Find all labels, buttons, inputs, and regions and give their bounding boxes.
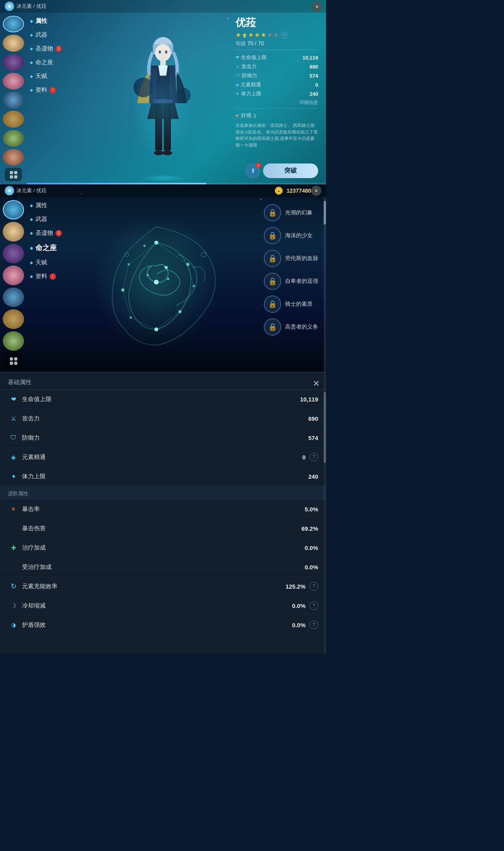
close-button-2[interactable]: ×	[311, 186, 321, 196]
skill-5[interactable]: 🔒 骑士的素质	[264, 295, 318, 313]
breakthrough-button[interactable]: 突破	[263, 164, 318, 178]
avatar-1[interactable]	[3, 35, 24, 51]
profile-badge-2: !	[50, 273, 56, 280]
cryo-icon-2: ❄	[5, 186, 14, 195]
top-bar: ❄ 冰元素 / 优菈 ×	[0, 0, 326, 13]
skill-4[interactable]: 🔒 自卑者的逞强	[264, 273, 318, 290]
menu2-artifact[interactable]: ◆ 圣遗物 5	[27, 228, 65, 238]
svg-point-27	[154, 280, 159, 284]
left-menu: ◆ 属性 ◆ 武器 ◆ 圣遗物 5 ◆ 命之座 ◆ 天赋 ◆ 资料 !	[27, 16, 65, 95]
grid-icon-2	[10, 357, 17, 365]
favor-label: 好感	[241, 112, 251, 119]
menu-item-talent[interactable]: ◆ 天赋	[27, 71, 65, 82]
shield-help-button[interactable]: ?	[309, 621, 318, 629]
refine-icon: ✦	[281, 32, 287, 38]
stat-panel-er: ↻ 元素充能效率 125.2% ?	[0, 577, 326, 596]
grid-view-button[interactable]	[5, 168, 22, 181]
avatar-main[interactable]	[3, 16, 24, 32]
character-info-panel: 优菈 ★ ★ ★ ★ ★ ★ ★ ✦ 等级 70 / 70 ❤ 生命值上限 10…	[235, 16, 318, 148]
menu-item-attribute[interactable]: ◆ 属性	[27, 16, 65, 26]
character-svg	[124, 24, 202, 182]
artifact-badge: 5	[56, 46, 62, 52]
avatar-s2-5[interactable]	[3, 309, 24, 329]
stat-panel-shield: ◑ 护盾强效 0.0% ?	[0, 615, 326, 635]
skill-3[interactable]: 🔒 劳伦斯的血脉	[264, 250, 318, 267]
menu-item-constellation[interactable]: ◆ 命之座	[27, 57, 65, 68]
character-figure	[124, 13, 202, 182]
currency-amount: 12377480	[287, 188, 311, 194]
lock-icon-6: 🔒	[264, 318, 281, 336]
stat-panel-em: ◈ 元素精通 0 ?	[0, 448, 326, 467]
constellation-svg	[89, 203, 223, 353]
skill-name-6: 高贵者的义务	[285, 323, 318, 331]
skill-6[interactable]: 🔒 高贵者的义务	[264, 318, 318, 336]
heal-icon: ✚	[8, 542, 19, 553]
constellation-skills: 🔒 光潮的幻象 🔒 海沫的少女 🔒 劳伦斯的血脉 🔒 自卑者的逞强 🔒 骑士的素…	[264, 204, 318, 336]
em-help-button[interactable]: ?	[309, 453, 318, 461]
favor-row: ♥ 好感 1	[235, 112, 318, 119]
skill-1[interactable]: 🔒 光潮的幻象	[264, 204, 318, 221]
menu2-profile[interactable]: ◆ 资料 !	[27, 271, 65, 282]
stat-panel-crit-rate: ✕ 暴击率 5.0%	[0, 500, 326, 519]
avatar-s2-3[interactable]	[3, 266, 24, 285]
constellation-section: ❄ 冰元素 / 优菈 ● 12377480 × ◆ 属性 ◆ 武器	[0, 184, 326, 372]
hp-icon: ❤	[8, 394, 19, 405]
menu2-weapon[interactable]: ◆ 武器	[27, 214, 65, 225]
scroll-thumb-2	[324, 201, 326, 225]
stats-close-button[interactable]: ✕	[313, 379, 320, 389]
heart-icon: ♥	[235, 113, 239, 119]
stat-panel-cd: ☽ 冷却缩减 0.0% ?	[0, 596, 326, 615]
avatar-s2-2[interactable]	[3, 244, 24, 263]
upgrade-badge: 1	[256, 163, 261, 168]
top-bar-2: ❄ 冰元素 / 优菈 ● 12377480 ×	[0, 184, 326, 197]
er-icon: ↻	[8, 581, 19, 592]
cd-help-button[interactable]: ?	[309, 601, 318, 610]
stamina-icon: ✦	[8, 471, 19, 482]
lock-icon-1: 🔒	[264, 204, 281, 221]
breadcrumb: 冰元素 / 优菈	[17, 3, 46, 10]
avatar-4[interactable]	[3, 92, 24, 108]
star-dim-1: ★	[267, 31, 272, 39]
star-2: ★	[242, 31, 247, 39]
lock-icon-3: 🔒	[264, 250, 281, 267]
svg-point-14	[132, 44, 195, 162]
lock-icon-5: 🔒	[264, 295, 281, 313]
stat-em: ◈ 元素精通 0	[235, 81, 318, 88]
avatar-2[interactable]	[3, 54, 24, 71]
left-menu-2: ◆ 属性 ◆ 武器 ◆ 圣遗物 5 ◆ 命之座 ◆ 天赋 ◆ 资料 !	[27, 200, 65, 282]
skill-2[interactable]: 🔒 海沫的少女	[264, 227, 318, 244]
avatar-5[interactable]	[3, 111, 24, 127]
stats-scrollbar[interactable]	[324, 372, 326, 654]
gold-coin-icon: ●	[275, 187, 283, 195]
star-4: ★	[254, 31, 260, 39]
menu-item-artifact[interactable]: ◆ 圣遗物 5	[27, 43, 65, 54]
detail-link[interactable]: 详细信息	[235, 99, 318, 109]
avatar-main-2[interactable]	[3, 200, 24, 219]
avatar-3[interactable]	[3, 73, 24, 89]
upgrade-icon[interactable]: ⬆ 1	[246, 164, 260, 178]
stat-panel-heal: ✚ 治疗加成 0.0%	[0, 538, 326, 557]
breakthrough-row: ⬆ 1 突破	[246, 164, 318, 178]
menu-item-profile[interactable]: ◆ 资料 !	[27, 85, 65, 95]
skill-name-5: 骑士的素质	[285, 301, 313, 308]
def-icon: 🛡	[8, 432, 19, 443]
close-button[interactable]: ×	[312, 2, 322, 12]
avatar-s2-1[interactable]	[3, 222, 24, 241]
menu2-attribute[interactable]: ◆ 属性	[27, 200, 65, 211]
menu2-constellation[interactable]: ◆ 命之座	[27, 242, 65, 254]
artifact-badge-2: 5	[56, 230, 62, 236]
stat-panel-def: 🛡 防御力 574	[0, 428, 326, 448]
stat-panel-hp: ❤ 生命值上限 10,119	[0, 390, 326, 409]
avatar-6[interactable]	[3, 130, 24, 147]
adv-attr-header: 进阶属性	[0, 486, 326, 500]
menu2-talent[interactable]: ◆ 天赋	[27, 257, 65, 268]
stars-row: ★ ★ ★ ★ ★ ★ ★ ✦	[235, 31, 318, 39]
profile-badge: !	[50, 87, 56, 93]
avatar-7[interactable]	[3, 149, 24, 165]
er-help-button[interactable]: ?	[309, 582, 318, 591]
menu-item-weapon[interactable]: ◆ 武器	[27, 30, 65, 40]
scroll-bar-2[interactable]	[324, 197, 326, 372]
avatar-s2-4[interactable]	[3, 288, 24, 307]
avatar-s2-6[interactable]	[3, 331, 24, 351]
grid-view-button-2[interactable]	[5, 353, 22, 369]
